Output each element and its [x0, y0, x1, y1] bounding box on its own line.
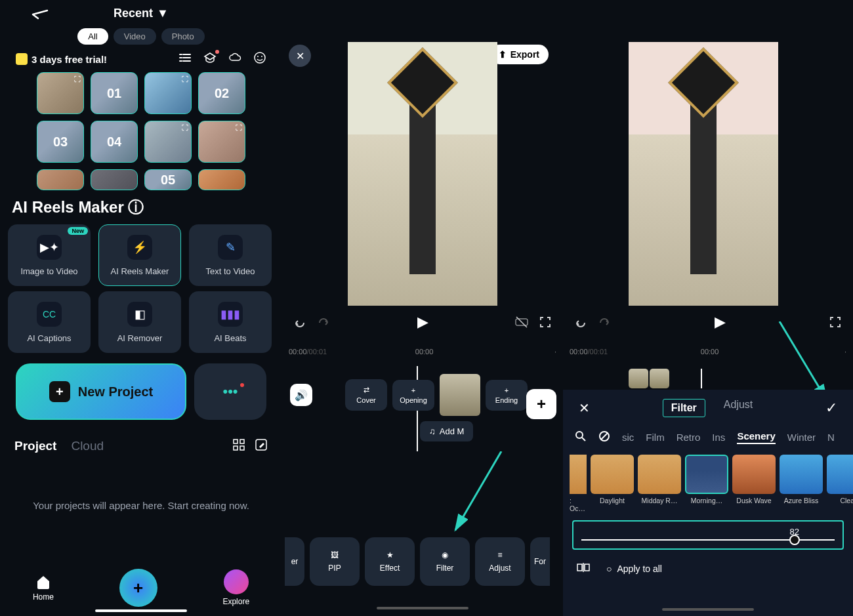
time-current: 00:00/00:01 — [570, 348, 608, 356]
chevron-arrow-icon: ⓘ — [128, 197, 144, 218]
play-button[interactable]: ▶ — [715, 314, 726, 331]
sound-toggle[interactable]: 🔊 — [290, 384, 312, 406]
project-tab[interactable]: Project — [14, 439, 56, 453]
filter-tab[interactable]: Filter — [663, 399, 705, 417]
timeline-clip[interactable] — [650, 369, 669, 388]
gallery-item[interactable]: ⛶ — [37, 72, 84, 114]
tool-adjust[interactable]: ≡ Adjust — [475, 537, 525, 586]
video-preview[interactable] — [629, 42, 778, 306]
plus-icon: + — [49, 381, 70, 402]
svg-point-2 — [261, 56, 262, 57]
timeline-clip[interactable] — [629, 369, 648, 388]
tool-effect[interactable]: ★ Effect — [365, 537, 415, 586]
search-icon[interactable] — [575, 430, 587, 444]
cat-sic[interactable]: sic — [622, 432, 634, 443]
ai-image-to-video[interactable]: New ▶✦ Image to Video — [8, 224, 91, 286]
cover-button[interactable]: ⇄ Cover — [345, 379, 387, 411]
grid-icon[interactable] — [232, 438, 245, 454]
filter-all[interactable]: All — [77, 28, 108, 45]
redo-icon[interactable] — [597, 315, 612, 329]
gallery-item[interactable]: 05 — [144, 169, 192, 190]
ai-remover[interactable]: ◧ AI Remover — [98, 291, 181, 353]
gallery-item[interactable]: 02 — [198, 72, 245, 114]
recent-dropdown[interactable]: Recent ▼ — [114, 7, 169, 20]
gallery-item[interactable]: 04 — [91, 121, 138, 163]
gallery-item[interactable]: ⛶ — [144, 72, 192, 114]
opening-button[interactable]: + Opening — [392, 380, 434, 411]
image-to-video-icon: ▶✦ — [37, 235, 62, 260]
undo-icon[interactable] — [293, 315, 307, 329]
fullscreen-icon[interactable] — [538, 315, 552, 329]
filter-thumb-dusk[interactable]: Dusk Wave — [732, 455, 776, 512]
gallery-item[interactable]: ⛶ — [198, 121, 245, 163]
cat-scenery[interactable]: Scenery — [737, 430, 775, 444]
close-panel-button[interactable]: ✕ — [579, 400, 590, 416]
fullscreen-icon[interactable] — [828, 315, 843, 329]
cat-winter[interactable]: Winter — [787, 432, 816, 443]
gallery-item[interactable] — [91, 169, 138, 190]
video-preview[interactable] — [348, 42, 497, 306]
filter-photo[interactable]: Photo — [161, 28, 205, 45]
ai-captions[interactable]: CC AI Captions — [8, 291, 91, 353]
empty-message: Your projects will appear here. Start cr… — [0, 500, 282, 511]
none-icon[interactable] — [598, 430, 610, 444]
graduation-icon[interactable] — [203, 51, 217, 67]
cat-retro[interactable]: Retro — [676, 432, 701, 443]
edit-icon[interactable] — [255, 438, 268, 454]
cat-n[interactable]: N — [827, 432, 835, 443]
smiley-icon[interactable] — [253, 51, 266, 67]
timeline-clip[interactable] — [440, 374, 480, 416]
time-marker: 00:00 — [415, 348, 434, 356]
tool-filter[interactable]: ◉ Filter — [420, 537, 470, 586]
list-icon[interactable] — [178, 51, 192, 67]
undo-icon[interactable] — [573, 315, 588, 329]
nav-home[interactable]: Home — [33, 574, 54, 602]
cat-film[interactable]: Film — [646, 432, 664, 443]
cloud-icon[interactable] — [228, 51, 241, 67]
add-clip-button[interactable]: + — [526, 389, 556, 419]
gallery-item[interactable]: 01 — [91, 72, 138, 114]
svg-rect-5 — [234, 446, 238, 450]
gallery-item[interactable] — [198, 169, 245, 190]
tool-pip[interactable]: 🖼 PIP — [310, 537, 360, 586]
play-button[interactable]: ▶ — [417, 314, 428, 331]
more-button[interactable]: ••• — [194, 363, 266, 420]
nav-explore[interactable]: Explore — [222, 569, 249, 606]
new-project-button[interactable]: + New Project — [16, 363, 186, 420]
ai-reels-heading[interactable]: AI Reels Maker ⓘ — [12, 197, 282, 218]
nav-create[interactable]: + — [119, 569, 157, 607]
gallery-item[interactable] — [37, 169, 84, 190]
cat-ins[interactable]: Ins — [712, 432, 725, 443]
adjust-tab[interactable]: Adjust — [724, 399, 753, 417]
slider-handle[interactable] — [789, 535, 800, 545]
ending-button[interactable]: + Ending — [486, 380, 528, 411]
filter-thumb-daylight[interactable]: Daylight — [591, 455, 634, 512]
confirm-button[interactable]: ✓ — [825, 400, 837, 417]
tool-partial[interactable]: er — [285, 537, 304, 586]
filter-video[interactable]: Video — [114, 28, 156, 45]
intensity-slider[interactable]: 82 — [572, 520, 844, 550]
compare-icon[interactable] — [576, 560, 591, 577]
filter-thumb-clear[interactable]: Clear — [827, 455, 853, 512]
apply-all-button[interactable]: ○ Apply to all — [606, 564, 662, 574]
ai-text-to-video[interactable]: ✎ Text to Video — [189, 224, 272, 286]
filter-thumb-azure[interactable]: Azure Bliss — [780, 455, 823, 512]
filter-thumb[interactable]: : Oc… — [570, 455, 587, 512]
ai-beats[interactable]: ▮▮▮ AI Beats — [189, 291, 272, 353]
add-music-button[interactable]: ♫ Add M — [420, 421, 473, 441]
svg-point-1 — [257, 56, 259, 57]
back-arrow-icon[interactable] — [31, 9, 49, 20]
cloud-tab[interactable]: Cloud — [71, 439, 104, 453]
filter-thumb-morning[interactable]: Morning… — [685, 455, 728, 512]
trial-badge[interactable]: 3 days free trial! — [16, 53, 107, 65]
tool-partial[interactable]: For — [530, 537, 550, 586]
gallery-item[interactable]: ⛶ — [144, 121, 192, 163]
close-button[interactable]: ✕ — [289, 45, 311, 67]
gallery-item[interactable]: 03 — [37, 121, 84, 163]
ai-reels-maker[interactable]: ⚡ AI Reels Maker — [98, 224, 181, 286]
filter-thumb-midday[interactable]: Midday R… — [638, 455, 681, 512]
export-button[interactable]: ⬆ Export — [489, 45, 549, 64]
redo-icon[interactable] — [316, 315, 331, 329]
hdr-icon[interactable] — [514, 315, 529, 329]
playhead[interactable] — [701, 369, 702, 388]
